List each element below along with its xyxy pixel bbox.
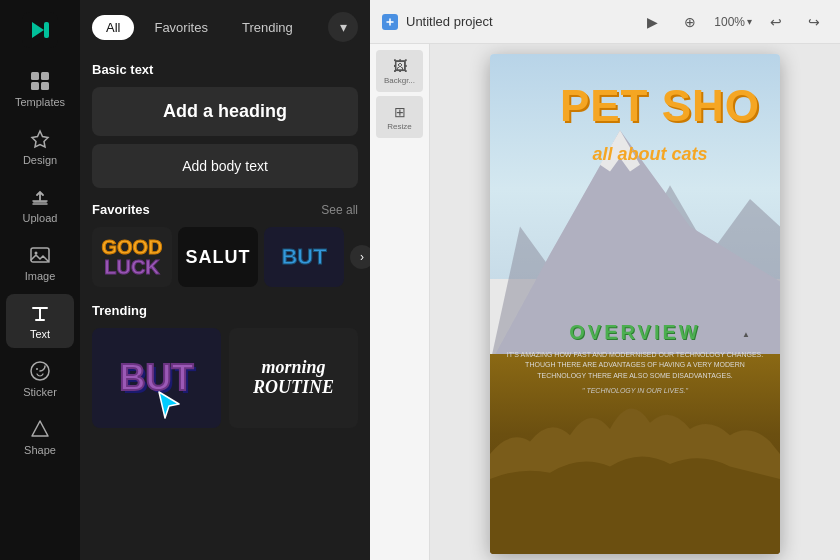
favorites-header: Favorites See all — [92, 202, 358, 217]
shape-icon — [29, 418, 51, 440]
layer-item-background[interactable]: 🖼 Backgr... — [376, 50, 423, 92]
sidebar-item-design-label: Design — [23, 154, 57, 166]
canvas-title: Untitled project — [406, 14, 630, 29]
svg-rect-3 — [41, 72, 49, 80]
but-purple-text: BUT — [120, 357, 194, 399]
sidebar-item-sticker-label: Sticker — [23, 386, 57, 398]
poster-subtitle: all about cats — [490, 144, 780, 165]
templates-icon — [29, 70, 51, 92]
design-canvas: PET SHO all about cats ▲ OVERVIEW IT'S A… — [430, 44, 840, 560]
svg-rect-4 — [31, 82, 39, 90]
share-icon: ⊕ — [684, 14, 696, 30]
fav-item-but-blue[interactable]: BUT — [264, 227, 344, 287]
sidebar-item-text[interactable]: Text — [6, 294, 74, 348]
design-icon — [29, 128, 51, 150]
svg-rect-1 — [44, 22, 49, 38]
layer-background-label: Backgr... — [384, 76, 415, 85]
sticker-icon — [29, 360, 51, 382]
zoom-chevron-icon: ▾ — [747, 16, 752, 27]
svg-rect-2 — [31, 72, 39, 80]
see-all-link[interactable]: See all — [321, 203, 358, 217]
svg-rect-5 — [41, 82, 49, 90]
sidebar: Templates Design Upload — [0, 0, 80, 560]
add-heading-button[interactable]: Add a heading — [92, 87, 358, 136]
trending-row: BUT morningROUTINE — [92, 328, 358, 428]
share-button[interactable]: ⊕ — [676, 8, 704, 36]
chevron-right-icon: › — [360, 250, 364, 264]
redo-button[interactable]: ↪ — [800, 8, 828, 36]
sidebar-item-sticker[interactable]: Sticker — [6, 352, 74, 406]
sidebar-item-image[interactable]: Image — [6, 236, 74, 290]
canvas-area: Untitled project ▶ ⊕ 100% ▾ ↩ ↪ 🖼 — [370, 0, 840, 560]
canvas-toolbar: ▶ ⊕ 100% ▾ ↩ ↪ — [638, 8, 828, 36]
trending-header: Trending — [92, 303, 358, 318]
app-logo — [22, 12, 58, 48]
play-button[interactable]: ▶ — [638, 8, 666, 36]
morning-routine-text: morningROUTINE — [253, 358, 334, 398]
sidebar-item-upload-label: Upload — [23, 212, 58, 224]
favorites-next-button[interactable]: › — [350, 245, 370, 269]
trending-title: Trending — [92, 303, 147, 318]
image-icon — [29, 244, 51, 266]
canvas-body: 🖼 Backgr... ⊞ Resize — [370, 44, 840, 560]
sidebar-item-design[interactable]: Design — [6, 120, 74, 174]
trend-item-but[interactable]: BUT — [92, 328, 221, 428]
layers-panel: 🖼 Backgr... ⊞ Resize — [370, 44, 430, 560]
play-icon: ▶ — [647, 14, 658, 30]
layer-background-icon: 🖼 — [393, 58, 407, 74]
filter-trending-button[interactable]: Trending — [228, 15, 307, 40]
text-icon — [29, 302, 51, 324]
trend-item-morning-routine[interactable]: morningROUTINE — [229, 328, 358, 428]
fav-item-salut[interactable]: SALUT — [178, 227, 258, 287]
filter-favorites-button[interactable]: Favorites — [140, 15, 221, 40]
upload-icon — [29, 186, 51, 208]
text-panel: All Favorites Trending ▾ Basic text Add … — [80, 0, 370, 560]
favorites-row: GOOD LUCK SALUT BUT › — [92, 227, 358, 287]
basic-text-title: Basic text — [92, 62, 358, 77]
sidebar-item-templates[interactable]: Templates — [6, 62, 74, 116]
overview-quote: " TECHNOLOGY IN OUR LIVES." — [490, 387, 780, 394]
zoom-value: 100% — [714, 15, 745, 29]
poster-overview: OVERVIEW IT'S AMAZING HOW FAST AND MODER… — [490, 321, 780, 395]
sidebar-item-templates-label: Templates — [15, 96, 65, 108]
filter-dropdown-button[interactable]: ▾ — [328, 12, 358, 42]
sidebar-item-image-label: Image — [25, 270, 56, 282]
but-blue-text: BUT — [281, 244, 326, 270]
fav-item-good-luck[interactable]: GOOD LUCK — [92, 227, 172, 287]
favorites-title: Favorites — [92, 202, 150, 217]
panel-content: Basic text Add a heading Add body text F… — [80, 50, 370, 560]
salut-text: SALUT — [186, 247, 251, 268]
filter-all-button[interactable]: All — [92, 15, 134, 40]
zoom-control[interactable]: 100% ▾ — [714, 15, 752, 29]
layer-item-resize[interactable]: ⊞ Resize — [376, 96, 423, 138]
layer-resize-label: Resize — [387, 122, 411, 131]
overview-body: IT'S AMAZING HOW FAST AND MODERNISED OUR… — [490, 344, 780, 388]
good-luck-text: GOOD LUCK — [101, 237, 162, 277]
sidebar-item-text-label: Text — [30, 328, 50, 340]
filter-bar: All Favorites Trending ▾ — [80, 0, 370, 50]
chevron-down-icon: ▾ — [340, 19, 347, 35]
svg-point-10 — [36, 368, 38, 370]
poster-title: PET SHO — [490, 84, 780, 128]
sidebar-item-shape-label: Shape — [24, 444, 56, 456]
add-body-text-button[interactable]: Add body text — [92, 144, 358, 188]
poster: PET SHO all about cats ▲ OVERVIEW IT'S A… — [490, 54, 780, 554]
sidebar-item-shape[interactable]: Shape — [6, 410, 74, 464]
layer-resize-icon: ⊞ — [394, 104, 406, 120]
undo-icon: ↩ — [770, 14, 782, 30]
canvas-topbar: Untitled project ▶ ⊕ 100% ▾ ↩ ↪ — [370, 0, 840, 44]
redo-icon: ↪ — [808, 14, 820, 30]
overview-title: OVERVIEW — [490, 321, 780, 344]
undo-button[interactable]: ↩ — [762, 8, 790, 36]
sidebar-item-upload[interactable]: Upload — [6, 178, 74, 232]
canvas-favicon — [382, 14, 398, 30]
